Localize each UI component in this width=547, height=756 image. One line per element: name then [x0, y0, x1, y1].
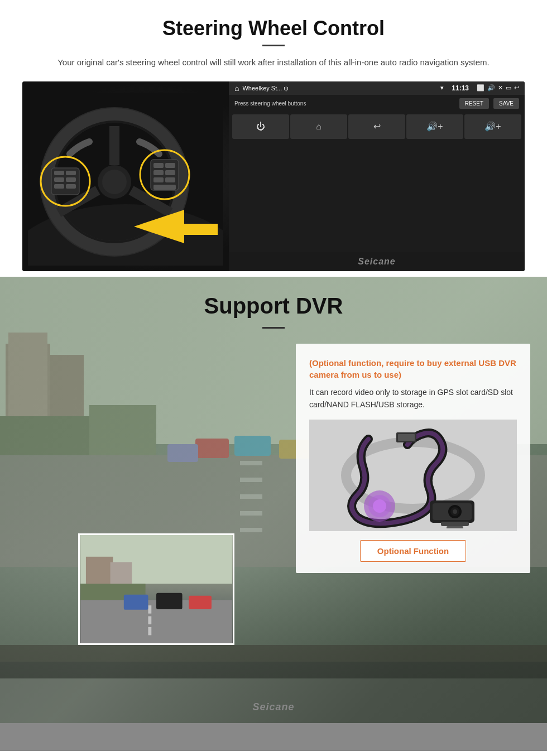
svg-rect-11: [54, 171, 64, 175]
svg-rect-38: [240, 511, 262, 516]
steering-image-area: ⌂ Wheelkey St... ψ ▾ 11:13 ⬜ 🔊 ✕ ▭ ↩ Pre…: [22, 81, 525, 271]
dvr-info-card: (Optional function, require to buy exter…: [296, 344, 530, 574]
status-icons: ⬜ 🔊 ✕ ▭ ↩: [477, 84, 519, 92]
seicane-watermark-steering: Seicane: [229, 252, 525, 271]
svg-rect-13: [54, 177, 64, 182]
save-button[interactable]: SAVE: [493, 98, 519, 109]
dvr-camera-image: [309, 420, 517, 531]
steering-function-buttons: ⏻ ⌂ ↩ 🔊+ 🔊+: [229, 112, 525, 252]
bottom-bar: [0, 723, 547, 751]
steering-title: Steering Wheel Control: [22, 17, 525, 40]
steering-wheel-section: Steering Wheel Control Your original car…: [0, 0, 547, 271]
svg-rect-21: [165, 170, 175, 175]
svg-rect-52: [148, 616, 151, 624]
svg-rect-23: [165, 177, 175, 182]
dvr-section: Support DVR: [0, 277, 547, 723]
dvr-title: Support DVR: [0, 293, 547, 319]
wifi-icon: ▾: [440, 84, 444, 92]
svg-rect-45: [0, 645, 547, 662]
svg-rect-16: [66, 184, 76, 189]
svg-rect-63: [441, 522, 469, 526]
window-icon: ▭: [506, 84, 511, 92]
svg-point-69: [373, 499, 386, 513]
svg-rect-24: [153, 185, 176, 190]
screen-time: 11:13: [452, 84, 469, 92]
steering-subtitle: Your original car's steering wheel contr…: [22, 56, 525, 69]
svg-rect-40: [195, 439, 229, 458]
svg-rect-18: [153, 163, 164, 168]
dvr-optional-text: (Optional function, require to buy exter…: [309, 357, 517, 381]
back-button[interactable]: ↩: [348, 114, 405, 139]
title-divider: [262, 45, 285, 46]
svg-rect-15: [54, 184, 64, 189]
close-icon: ✕: [498, 84, 503, 92]
seicane-watermark-dvr: Seicane: [0, 701, 547, 713]
svg-rect-22: [153, 177, 164, 182]
vol-up2-button[interactable]: 🔊+: [464, 114, 521, 139]
power-button[interactable]: ⏻: [232, 114, 289, 139]
svg-point-62: [453, 509, 457, 514]
svg-point-6: [102, 170, 127, 194]
svg-rect-44: [0, 656, 547, 723]
svg-rect-19: [165, 163, 175, 168]
screen-app-title: Wheelkey St... ψ: [242, 85, 437, 92]
svg-rect-33: [89, 405, 156, 461]
svg-rect-53: [148, 627, 151, 635]
svg-rect-36: [240, 478, 262, 482]
svg-rect-42: [234, 436, 271, 456]
svg-rect-51: [148, 605, 151, 614]
svg-rect-37: [240, 494, 262, 499]
svg-rect-35: [240, 461, 262, 465]
svg-rect-64: [447, 526, 463, 528]
svg-rect-66: [398, 434, 415, 441]
svg-rect-54: [124, 594, 148, 609]
camera-icon: ⬜: [477, 84, 484, 92]
optional-function-button[interactable]: Optional Function: [360, 540, 466, 562]
volume-icon: 🔊: [487, 84, 495, 92]
screen-topbar: ⌂ Wheelkey St... ψ ▾ 11:13 ⬜ 🔊 ✕ ▭ ↩: [229, 81, 525, 95]
back-icon: ↩: [514, 84, 519, 92]
svg-rect-12: [66, 171, 76, 175]
svg-rect-32: [0, 416, 100, 461]
svg-rect-14: [66, 177, 76, 182]
dashcam-screenshot: [78, 533, 234, 645]
svg-rect-39: [240, 528, 262, 532]
svg-rect-55: [156, 593, 183, 609]
home-icon: ⌂: [234, 84, 239, 93]
reset-button[interactable]: RESET: [459, 98, 489, 109]
screen-ui: ⌂ Wheelkey St... ψ ▾ 11:13 ⬜ 🔊 ✕ ▭ ↩ Pre…: [229, 81, 525, 271]
dvr-description: It can record video only to storage in G…: [309, 386, 517, 411]
steering-wheel-photo: [22, 81, 229, 271]
home-button[interactable]: ⌂: [290, 114, 347, 139]
screen-hint-text: Press steering wheel buttons: [234, 100, 455, 107]
svg-rect-41: [167, 444, 198, 462]
dvr-title-divider: [262, 327, 285, 329]
screen-controls-row: Press steering wheel buttons RESET SAVE: [229, 95, 525, 112]
vol-up-button[interactable]: 🔊+: [406, 114, 463, 139]
svg-rect-20: [153, 170, 164, 175]
svg-rect-56: [189, 595, 212, 609]
